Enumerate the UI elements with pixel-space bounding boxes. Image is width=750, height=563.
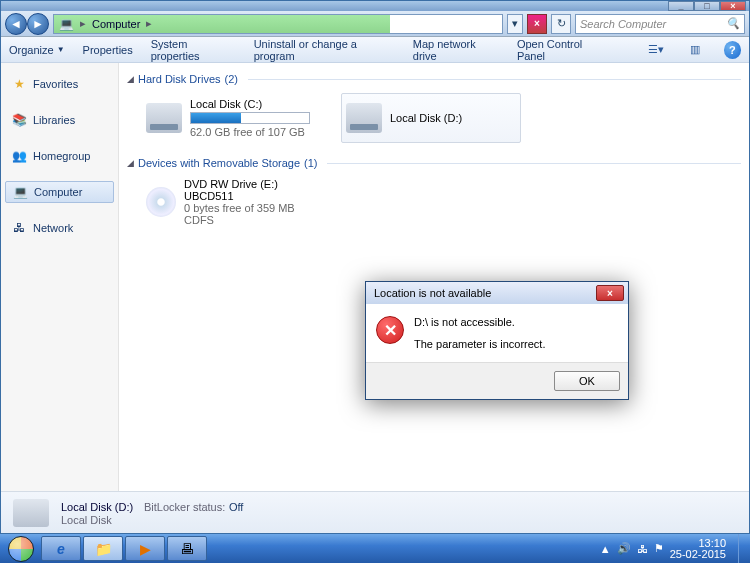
network-icon: 🖧 (11, 221, 27, 235)
drive-c-label: Local Disk (C:) (190, 98, 316, 110)
maximize-button[interactable]: □ (694, 1, 720, 11)
group-removable-storage[interactable]: ◢ Devices with Removable Storage (1) (127, 153, 741, 173)
sidebar-item-computer[interactable]: 💻Computer (5, 181, 114, 203)
drive-dvd-fs: CDFS (184, 214, 316, 226)
hdd-icon (346, 103, 382, 133)
ok-button[interactable]: OK (554, 371, 620, 391)
toolbar: Organize▼ Properties System properties U… (1, 37, 749, 63)
collapse-icon: ◢ (127, 158, 134, 168)
drive-c-capacity (190, 112, 310, 124)
homegroup-icon: 👥 (11, 149, 27, 163)
drive-c[interactable]: Local Disk (C:) 62.0 GB free of 107 GB (141, 93, 321, 143)
status-type: Local Disk (61, 514, 243, 526)
uninstall-button[interactable]: Uninstall or change a program (254, 38, 395, 62)
refresh-button[interactable]: ↻ (551, 14, 571, 34)
sidebar-item-favorites[interactable]: ★Favorites (1, 73, 118, 95)
close-button[interactable]: × (720, 1, 746, 11)
drive-dvd[interactable]: DVD RW Drive (E:) UBCD511 0 bytes free o… (141, 177, 321, 227)
bitlocker-label: BitLocker status: (144, 501, 225, 513)
address-bar[interactable]: 💻 ▸ Computer ▸ (53, 14, 503, 34)
sidebar-item-network[interactable]: 🖧Network (1, 217, 118, 239)
taskbar: e 📁 ▶ 🖶 ▲ 🔊 🖧 ⚑ 13:10 25-02-2015 (0, 534, 750, 563)
search-input[interactable]: Search Computer 🔍 (575, 14, 745, 34)
stop-button[interactable]: × (527, 14, 547, 34)
taskbar-app[interactable]: 🖶 (167, 536, 207, 561)
windows-orb-icon (8, 536, 34, 562)
breadcrumb-computer[interactable]: Computer (92, 18, 140, 30)
nav-pane: ★Favorites 📚Libraries 👥Homegroup 💻Comput… (1, 63, 119, 491)
breadcrumb-sep: ▸ (80, 17, 86, 30)
group-hard-disk-drives[interactable]: ◢ Hard Disk Drives (2) (127, 69, 741, 89)
bitlocker-value: Off (229, 501, 243, 513)
taskbar-media-player[interactable]: ▶ (125, 536, 165, 561)
taskbar-ie[interactable]: e (41, 536, 81, 561)
sidebar-item-libraries[interactable]: 📚Libraries (1, 109, 118, 131)
explorer-window: _ □ × ◄ ► 💻 ▸ Computer ▸ ▾ × ↻ Search Co… (0, 0, 750, 534)
tray-date: 25-02-2015 (670, 549, 726, 560)
titlebar: _ □ × (1, 1, 749, 11)
properties-button[interactable]: Properties (83, 44, 133, 56)
drive-d[interactable]: Local Disk (D:) (341, 93, 521, 143)
content-pane: ◢ Hard Disk Drives (2) Local Disk (C:) 6… (119, 63, 749, 491)
view-menu[interactable]: ☰▾ (645, 40, 666, 60)
star-icon: ★ (11, 77, 27, 91)
tray-clock[interactable]: 13:10 25-02-2015 (670, 538, 732, 560)
control-panel-button[interactable]: Open Control Panel (517, 38, 610, 62)
hdd-icon (146, 103, 182, 133)
forward-button[interactable]: ► (27, 13, 49, 35)
system-tray: ▲ 🔊 🖧 ⚑ 13:10 25-02-2015 (600, 534, 748, 563)
start-button[interactable] (2, 534, 40, 563)
tray-volume-icon[interactable]: 🔊 (617, 542, 631, 555)
dialog-title: Location is not available (374, 287, 491, 299)
help-button[interactable]: ? (724, 41, 741, 59)
address-dropdown[interactable]: ▾ (507, 14, 523, 34)
details-pane: Local Disk (D:) BitLocker status: Off Lo… (1, 491, 749, 533)
hdd-icon (13, 499, 49, 527)
system-properties-button[interactable]: System properties (151, 38, 236, 62)
dvd-icon (146, 187, 176, 217)
tray-network-icon[interactable]: 🖧 (637, 543, 648, 555)
search-icon: 🔍 (726, 17, 740, 30)
error-icon: ✕ (376, 316, 404, 344)
search-placeholder: Search Computer (580, 18, 666, 30)
tray-time: 13:10 (670, 538, 726, 549)
map-drive-button[interactable]: Map network drive (413, 38, 499, 62)
libraries-icon: 📚 (11, 113, 27, 127)
computer-icon: 💻 (12, 185, 28, 199)
minimize-button[interactable]: _ (668, 1, 694, 11)
drive-c-free: 62.0 GB free of 107 GB (190, 126, 316, 138)
dialog-message-1: D:\ is not accessible. (414, 316, 545, 328)
collapse-icon: ◢ (127, 74, 134, 84)
organize-menu[interactable]: Organize▼ (9, 44, 65, 56)
taskbar-explorer[interactable]: 📁 (83, 536, 123, 561)
tray-action-center-icon[interactable]: ⚑ (654, 542, 664, 555)
breadcrumb-sep-2: ▸ (146, 17, 152, 30)
nav-bar: ◄ ► 💻 ▸ Computer ▸ ▾ × ↻ Search Computer… (1, 11, 749, 37)
drive-d-label: Local Disk (D:) (390, 112, 516, 124)
error-dialog: Location is not available × ✕ D:\ is not… (365, 281, 629, 405)
dialog-message-2: The parameter is incorrect. (414, 338, 545, 350)
status-title: Local Disk (D:) (61, 501, 133, 513)
tray-show-hidden[interactable]: ▲ (600, 543, 611, 555)
show-desktop-button[interactable] (738, 534, 746, 563)
back-button[interactable]: ◄ (5, 13, 27, 35)
drive-dvd-label: DVD RW Drive (E:) UBCD511 (184, 178, 316, 202)
dialog-titlebar[interactable]: Location is not available × (366, 282, 628, 304)
preview-pane-toggle[interactable]: ▥ (685, 40, 706, 60)
computer-icon: 💻 (58, 17, 74, 31)
dialog-close-button[interactable]: × (596, 285, 624, 301)
drive-dvd-free: 0 bytes free of 359 MB (184, 202, 316, 214)
sidebar-item-homegroup[interactable]: 👥Homegroup (1, 145, 118, 167)
